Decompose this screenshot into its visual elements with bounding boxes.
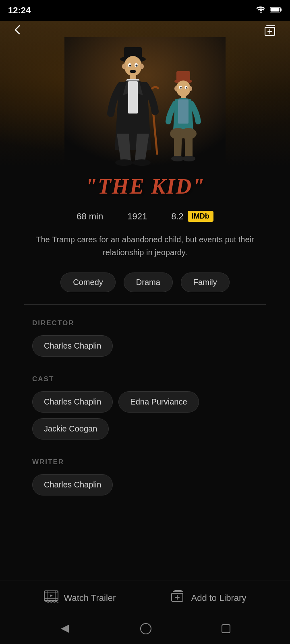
- trailer-icon: [44, 590, 58, 606]
- svg-point-35: [182, 156, 195, 161]
- svg-point-28: [180, 87, 182, 89]
- duration: 68 min: [77, 211, 103, 222]
- director-chaplin[interactable]: Charles Chaplin: [32, 335, 113, 357]
- watch-trailer-button[interactable]: Watch Trailer: [44, 590, 116, 606]
- writer-section: WRITER Charles Chaplin: [16, 444, 274, 500]
- cast-coogan[interactable]: Jackie Coogan: [32, 418, 109, 440]
- add-to-library-button[interactable]: Add to Library: [171, 590, 246, 606]
- cast-section: CAST Charles Chaplin Edna Purviance Jack…: [16, 361, 274, 444]
- svg-point-13: [129, 65, 131, 67]
- genre-family[interactable]: Family: [181, 272, 230, 292]
- svg-point-14: [136, 65, 138, 67]
- svg-point-51: [141, 623, 151, 634]
- status-icons: [256, 6, 282, 15]
- movie-description: The Tramp cares for an abandoned child, …: [16, 226, 274, 268]
- director-section: DIRECTOR Charles Chaplin: [16, 305, 274, 361]
- hero-image: [0, 21, 290, 166]
- svg-rect-52: [222, 625, 230, 633]
- meta-row: 68 min 1921 8.2 IMDb: [16, 203, 274, 226]
- watch-trailer-label: Watch Trailer: [64, 593, 116, 603]
- library-icon: [171, 590, 185, 606]
- writer-tags: Charles Chaplin: [32, 474, 258, 495]
- cast-label: CAST: [32, 375, 258, 383]
- svg-rect-19: [128, 81, 138, 114]
- status-bar: 12:24: [0, 0, 290, 21]
- svg-point-9: [124, 56, 142, 76]
- svg-point-37: [180, 128, 197, 139]
- director-label: DIRECTOR: [32, 319, 258, 327]
- cast-tags: Charles Chaplin Edna Purviance Jackie Co…: [32, 391, 258, 440]
- genre-drama[interactable]: Drama: [124, 272, 173, 292]
- nav-bar: [0, 616, 290, 644]
- movie-title: "THE KID": [16, 166, 274, 203]
- svg-point-31: [189, 86, 192, 91]
- svg-point-29: [186, 87, 187, 89]
- nav-home-button[interactable]: [140, 623, 152, 638]
- svg-marker-50: [61, 625, 69, 633]
- writer-chaplin[interactable]: Charles Chaplin: [32, 474, 113, 495]
- svg-point-16: [140, 64, 144, 69]
- svg-point-15: [122, 64, 126, 69]
- movie-info: "THE KID" 68 min 1921 8.2 IMDb The Tramp…: [0, 166, 290, 564]
- cast-chaplin[interactable]: Charles Chaplin: [32, 391, 113, 413]
- cast-purviance[interactable]: Edna Purviance: [118, 391, 199, 413]
- action-bar: Watch Trailer Add to Library: [0, 580, 290, 616]
- nav-recent-button[interactable]: [221, 623, 231, 637]
- back-button[interactable]: [12, 24, 23, 38]
- nav-back-button[interactable]: [59, 623, 71, 638]
- director-tags: Charles Chaplin: [32, 335, 258, 357]
- svg-point-22: [133, 159, 151, 166]
- rating-value: 8.2: [171, 211, 184, 222]
- imdb-badge: IMDb: [188, 211, 213, 222]
- svg-rect-10: [130, 70, 136, 73]
- add-collection-button[interactable]: [263, 24, 278, 41]
- rating-group: 8.2 IMDb: [171, 211, 213, 222]
- svg-point-25: [176, 80, 191, 97]
- genre-comedy[interactable]: Comedy: [60, 272, 115, 292]
- svg-rect-33: [178, 99, 188, 124]
- svg-point-21: [115, 159, 133, 166]
- wifi-icon: [256, 6, 266, 15]
- add-to-library-label: Add to Library: [191, 593, 246, 603]
- writer-label: WRITER: [32, 458, 258, 466]
- svg-rect-2: [271, 8, 280, 12]
- genre-list: Comedy Drama Family: [16, 268, 274, 304]
- status-time: 12:24: [8, 5, 31, 16]
- svg-point-30: [174, 86, 178, 91]
- battery-icon: [270, 6, 282, 14]
- year: 1921: [127, 211, 147, 222]
- svg-point-34: [171, 156, 184, 161]
- svg-rect-1: [280, 8, 282, 11]
